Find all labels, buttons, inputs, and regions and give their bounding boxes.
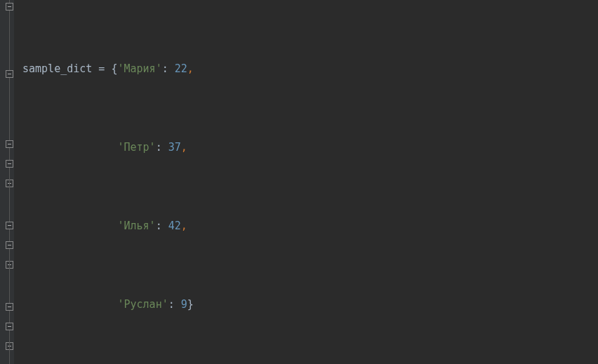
code-editor[interactable]: sample_dict = {'Мария': 22, 'Петр': 37, … <box>0 0 598 364</box>
code-line: 'Илья': 42, <box>22 216 598 236</box>
operator: = <box>92 62 111 75</box>
comma: , <box>181 141 187 154</box>
fold-marker-icon[interactable] <box>6 3 13 11</box>
colon: : <box>168 298 181 311</box>
colon: : <box>162 62 175 75</box>
fold-marker-icon[interactable] <box>6 303 13 311</box>
fold-marker-icon[interactable] <box>6 140 13 148</box>
number-literal: 37 <box>168 141 181 154</box>
comma: , <box>187 62 194 75</box>
code-line: sample_dict = {'Мария': 22, <box>22 59 598 79</box>
gutter <box>0 0 14 364</box>
brace: } <box>187 298 194 311</box>
colon: : <box>156 220 168 232</box>
string-literal: 'Руслан' <box>117 298 168 311</box>
number-literal: 9 <box>181 298 187 311</box>
identifier: sample_dict <box>22 62 92 75</box>
number-literal: 42 <box>168 220 181 232</box>
fold-end-icon <box>6 241 13 249</box>
string-literal: 'Илья' <box>117 220 155 232</box>
fold-marker-icon[interactable] <box>6 222 13 229</box>
number-literal: 22 <box>175 62 187 75</box>
fold-end-icon <box>6 160 13 168</box>
code-line: 'Руслан': 9} <box>22 295 598 314</box>
code-area[interactable]: sample_dict = {'Мария': 22, 'Петр': 37, … <box>14 0 598 364</box>
code-line: 'Петр': 37, <box>22 137 598 157</box>
indent <box>22 298 117 311</box>
comma: , <box>181 220 187 232</box>
indent <box>22 220 117 232</box>
fold-end-icon <box>6 70 13 78</box>
fold-end-icon <box>6 323 13 330</box>
string-literal: 'Мария' <box>117 62 161 75</box>
string-literal: 'Петр' <box>117 141 155 154</box>
indent <box>22 141 117 154</box>
colon: : <box>156 141 168 154</box>
